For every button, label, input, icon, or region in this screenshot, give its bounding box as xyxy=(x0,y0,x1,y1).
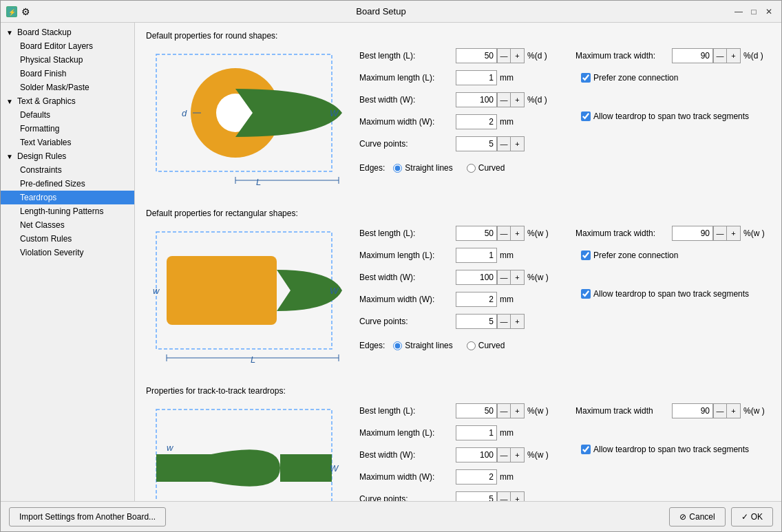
max-width-unit-rect: mm xyxy=(500,295,527,304)
best-width-plus-rect[interactable]: + xyxy=(511,270,525,285)
allow-span-checkbox-track[interactable] xyxy=(581,445,591,454)
max-track-input-group-rect: — + xyxy=(672,226,741,241)
best-length-input-round[interactable] xyxy=(456,48,497,63)
max-length-input-round[interactable] xyxy=(456,70,497,85)
best-length-input-rect[interactable] xyxy=(456,226,497,241)
max-length-unit-rect: mm xyxy=(500,251,527,260)
curve-points-label-round: Curve points: xyxy=(359,139,456,149)
max-length-label-rect: Maximum length (L): xyxy=(359,251,456,260)
sidebar-item-board-stackup[interactable]: ▼ Board Stackup xyxy=(1,25,134,39)
import-button[interactable]: Import Settings from Another Board... xyxy=(9,507,166,526)
allow-span-row-rect: Allow teardrop to span two track segment… xyxy=(575,286,771,302)
sidebar-item-net-classes[interactable]: Net Classes xyxy=(1,218,134,232)
prefer-zone-checkbox-round[interactable] xyxy=(581,73,591,83)
curve-points-input-group-rect: — + xyxy=(456,314,525,329)
curve-points-input-rect[interactable] xyxy=(456,314,497,329)
best-length-minus-track[interactable]: — xyxy=(497,403,511,418)
max-track-input-track[interactable] xyxy=(672,403,713,418)
sidebar-item-formatting[interactable]: Formatting xyxy=(1,122,134,136)
ok-button[interactable]: ✓ OK xyxy=(731,507,773,526)
col-right-round: Maximum track width: — + %(d ) xyxy=(575,47,771,158)
radio-curved-label-round: Curved xyxy=(478,163,505,173)
max-track-row-round: Maximum track width: — + %(d ) xyxy=(575,47,771,64)
max-length-input-track[interactable] xyxy=(456,425,497,440)
prefer-zone-checkbox-rect[interactable] xyxy=(581,251,591,260)
sidebar-label-pre-defined: Pre-defined Sizes xyxy=(20,179,85,189)
max-length-row-track: Maximum length (L): mm xyxy=(359,425,555,441)
max-track-minus-rect[interactable]: — xyxy=(713,226,727,241)
max-length-input-rect[interactable] xyxy=(456,248,497,263)
max-track-plus-rect[interactable]: + xyxy=(727,226,741,241)
curve-points-input-track[interactable] xyxy=(456,491,497,501)
best-width-input-rect[interactable] xyxy=(456,270,497,285)
max-width-input-rect[interactable] xyxy=(456,292,497,307)
sidebar-item-solder-mask[interactable]: Solder Mask/Paste xyxy=(1,81,134,94)
max-width-input-round[interactable] xyxy=(456,114,497,129)
max-track-minus-track[interactable]: — xyxy=(713,403,727,418)
sidebar-item-length-tuning[interactable]: Length-tuning Patterns xyxy=(1,204,134,218)
best-length-plus-rect[interactable]: + xyxy=(511,226,525,241)
best-width-row-track: Best width (W): — + %(w ) xyxy=(359,447,555,463)
radio-curved-rect: Curved xyxy=(467,341,505,350)
sidebar-item-teardrops[interactable]: Teardrops xyxy=(1,191,134,204)
right-panel: Default properties for round shapes: xyxy=(135,23,781,501)
allow-span-checkbox-round[interactable] xyxy=(581,111,591,121)
best-length-input-track[interactable] xyxy=(456,403,497,418)
max-track-plus-track[interactable]: + xyxy=(727,403,741,418)
curve-points-plus-round[interactable]: + xyxy=(511,136,525,151)
sidebar-item-design-rules[interactable]: ▼ Design Rules xyxy=(1,149,134,163)
radio-straight-input-round[interactable] xyxy=(393,164,402,173)
sidebar-label-text-variables: Text Variables xyxy=(20,138,71,147)
sidebar-item-text-graphics[interactable]: ▼ Text & Graphics xyxy=(1,94,134,108)
curve-points-plus-track[interactable]: + xyxy=(511,491,525,501)
curve-points-input-round[interactable] xyxy=(456,136,497,151)
max-track-input-round[interactable] xyxy=(672,48,713,63)
cancel-label: Cancel xyxy=(689,512,715,522)
radio-curved-input-round[interactable] xyxy=(467,164,476,173)
max-track-plus-round[interactable]: + xyxy=(727,48,741,63)
best-width-minus-rect[interactable]: — xyxy=(497,270,511,285)
max-width-input-track[interactable] xyxy=(456,469,497,485)
sidebar-item-board-editor-layers[interactable]: Board Editor Layers xyxy=(1,39,134,53)
best-width-input-group-track: — + xyxy=(456,447,525,462)
sidebar-item-constraints[interactable]: Constraints xyxy=(1,163,134,177)
best-width-minus-track[interactable]: — xyxy=(497,447,511,462)
radio-curved-input-rect[interactable] xyxy=(467,341,476,350)
max-track-input-rect[interactable] xyxy=(672,226,713,241)
sidebar-item-pre-defined[interactable]: Pre-defined Sizes xyxy=(1,177,134,191)
cancel-button[interactable]: ⊘ Cancel xyxy=(669,507,725,526)
radio-straight-input-rect[interactable] xyxy=(393,341,402,350)
max-track-unit-track: %(w ) xyxy=(743,406,771,416)
best-width-input-track[interactable] xyxy=(456,447,497,462)
prefer-zone-checkbox-row-rect: Prefer zone connection xyxy=(581,251,678,260)
best-length-minus-round[interactable]: — xyxy=(497,48,511,63)
max-track-label-track: Maximum track width xyxy=(575,406,672,416)
ok-icon: ✓ xyxy=(741,512,748,522)
curve-points-minus-track[interactable]: — xyxy=(497,491,511,501)
controls-track: Best length (L): — + %(w ) Maxi xyxy=(359,403,771,501)
best-width-plus-track[interactable]: + xyxy=(511,447,525,462)
sidebar-item-violation-severity[interactable]: Violation Severity xyxy=(1,246,134,259)
allow-span-checkbox-rect[interactable] xyxy=(581,289,591,299)
maximize-button[interactable]: □ xyxy=(747,5,761,19)
best-width-minus-round[interactable]: — xyxy=(497,92,511,107)
sidebar-item-physical-stackup[interactable]: Physical Stackup xyxy=(1,53,134,67)
minimize-button[interactable]: — xyxy=(732,5,746,19)
sidebar-item-text-variables[interactable]: Text Variables xyxy=(1,136,134,149)
best-width-label-rect: Best width (W): xyxy=(359,273,456,282)
best-width-plus-round[interactable]: + xyxy=(511,92,525,107)
best-length-plus-track[interactable]: + xyxy=(511,403,525,418)
best-length-minus-rect[interactable]: — xyxy=(497,226,511,241)
max-track-minus-round[interactable]: — xyxy=(713,48,727,63)
sidebar-item-custom-rules[interactable]: Custom Rules xyxy=(1,232,134,246)
sidebar-label-board-stackup: Board Stackup xyxy=(17,28,72,37)
sidebar-item-defaults[interactable]: Defaults xyxy=(1,108,134,122)
sidebar-item-board-finish[interactable]: Board Finish xyxy=(1,67,134,81)
best-width-input-round[interactable] xyxy=(456,92,497,107)
close-button[interactable]: ✕ xyxy=(762,5,776,19)
edges-label-rect: Edges: xyxy=(359,341,385,350)
best-length-plus-round[interactable]: + xyxy=(511,48,525,63)
curve-points-minus-rect[interactable]: — xyxy=(497,314,511,329)
curve-points-minus-round[interactable]: — xyxy=(497,136,511,151)
curve-points-plus-rect[interactable]: + xyxy=(511,314,525,329)
